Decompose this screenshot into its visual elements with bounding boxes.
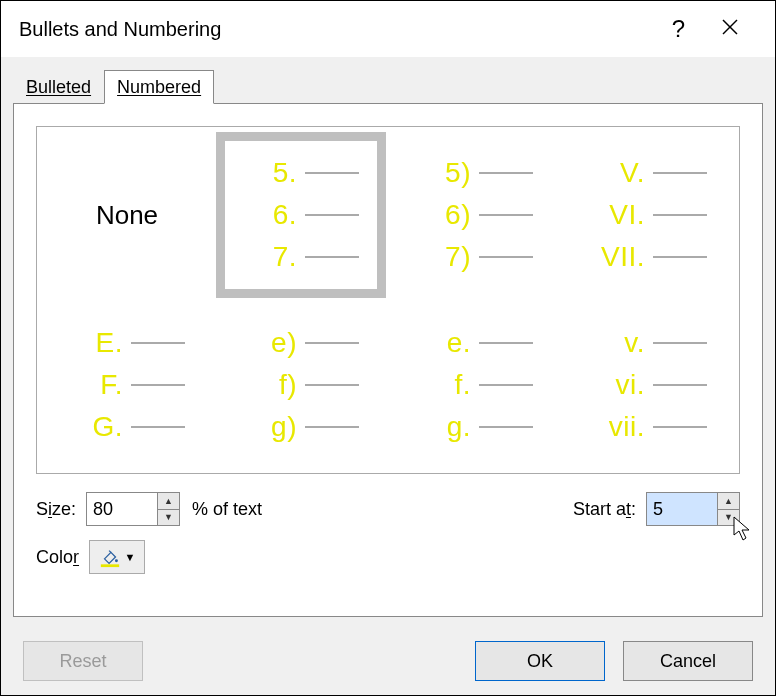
gallery-number-sample: VI. [591, 199, 653, 231]
gallery-line-sample [305, 342, 359, 344]
gallery-tile-alpha-lower-period[interactable]: e.f.g. [390, 302, 560, 468]
gallery-line-sample [305, 172, 359, 174]
gallery-tile-alpha-lower-paren[interactable]: e)f)g) [216, 302, 386, 468]
gallery-line-sample [305, 426, 359, 428]
gallery-number-sample: V. [591, 157, 653, 189]
help-button[interactable]: ? [654, 15, 703, 43]
gallery-tile-arabic-period[interactable]: 5.6.7. [216, 132, 386, 298]
gallery-tile-roman-upper-period[interactable]: V.VI.VII. [564, 132, 734, 298]
tab-numbered[interactable]: Numbered [104, 70, 214, 104]
size-spin-buttons: ▲ ▼ [157, 493, 179, 525]
gallery-number-sample: 7) [417, 241, 479, 273]
dialog-footer: Reset OK Cancel [1, 629, 775, 695]
gallery-line-sample [131, 342, 185, 344]
gallery-number-sample: F. [69, 369, 131, 401]
gallery-number-sample: 5. [243, 157, 305, 189]
size-label: Size: [36, 499, 76, 520]
gallery-line-sample [653, 172, 707, 174]
gallery-number-sample: 6) [417, 199, 479, 231]
tab-bulleted-label: Bulleted [26, 77, 91, 97]
gallery-line-sample [305, 256, 359, 258]
gallery-number-sample: v. [591, 327, 653, 359]
dialog-body: Bulleted Numbered None5.6.7.5)6)7)V.VI.V… [1, 57, 775, 629]
size-input[interactable] [87, 493, 157, 525]
gallery-number-sample: g. [417, 411, 479, 443]
gallery-number-sample: E. [69, 327, 131, 359]
gallery-number-sample: g) [243, 411, 305, 443]
gallery-line-sample [479, 384, 533, 386]
dialog-window: Bullets and Numbering ? Bulleted Numbere… [0, 0, 776, 696]
gallery-line-sample [479, 214, 533, 216]
titlebar: Bullets and Numbering ? [1, 1, 775, 57]
svg-rect-3 [100, 564, 118, 567]
close-icon [721, 18, 739, 36]
color-row: Color ▼ [36, 540, 740, 574]
startat-input[interactable] [647, 493, 717, 525]
tab-numbered-label: Numbered [117, 77, 201, 97]
gallery-line-sample [653, 342, 707, 344]
gallery-line-sample [653, 384, 707, 386]
gallery-line-sample [479, 172, 533, 174]
startat-label: Start at: [573, 499, 636, 520]
paint-bucket-icon [99, 546, 121, 568]
startat-spinbox[interactable]: ▲ ▼ [646, 492, 740, 526]
gallery-number-sample: 5) [417, 157, 479, 189]
gallery-tile-roman-lower-period[interactable]: v.vi.vii. [564, 302, 734, 468]
cancel-button[interactable]: Cancel [623, 641, 753, 681]
ok-button[interactable]: OK [475, 641, 605, 681]
color-picker-button[interactable]: ▼ [89, 540, 145, 574]
gallery-line-sample [305, 384, 359, 386]
controls-row: Size: ▲ ▼ % of text Start at: [36, 492, 740, 526]
gallery-line-sample [653, 426, 707, 428]
tab-strip: Bulleted Numbered [13, 69, 763, 103]
gallery-line-sample [305, 214, 359, 216]
startat-spin-buttons: ▲ ▼ [717, 493, 739, 525]
gallery-tile-none[interactable]: None [42, 132, 212, 298]
gallery-number-sample: 6. [243, 199, 305, 231]
dialog-title: Bullets and Numbering [19, 18, 654, 41]
gallery-number-sample: VII. [591, 241, 653, 273]
startat-spin-up[interactable]: ▲ [718, 493, 739, 510]
size-spin-down[interactable]: ▼ [158, 510, 179, 526]
gallery-line-sample [131, 384, 185, 386]
gallery-number-sample: 7. [243, 241, 305, 273]
tab-bulleted[interactable]: Bulleted [13, 70, 104, 103]
numbering-gallery: None5.6.7.5)6)7)V.VI.VII.E.F.G.e)f)g)e.f… [36, 126, 740, 474]
gallery-number-sample: e) [243, 327, 305, 359]
tab-panel-numbered: None5.6.7.5)6)7)V.VI.VII.E.F.G.e)f)g)e.f… [13, 103, 763, 617]
gallery-line-sample [653, 256, 707, 258]
gallery-line-sample [131, 426, 185, 428]
gallery-tile-alpha-upper-period[interactable]: E.F.G. [42, 302, 212, 468]
gallery-number-sample: e. [417, 327, 479, 359]
chevron-down-icon: ▼ [125, 551, 136, 563]
gallery-number-sample: f) [243, 369, 305, 401]
size-spin-up[interactable]: ▲ [158, 493, 179, 510]
close-button[interactable] [703, 18, 757, 41]
svg-point-2 [115, 559, 118, 562]
gallery-number-sample: vii. [591, 411, 653, 443]
gallery-line-sample [479, 426, 533, 428]
startat-spin-down[interactable]: ▼ [718, 510, 739, 526]
color-label: Color [36, 547, 79, 568]
gallery-number-sample: G. [69, 411, 131, 443]
gallery-number-sample: vi. [591, 369, 653, 401]
size-suffix: % of text [192, 499, 262, 520]
size-spinbox[interactable]: ▲ ▼ [86, 492, 180, 526]
gallery-line-sample [479, 256, 533, 258]
gallery-tile-arabic-paren[interactable]: 5)6)7) [390, 132, 560, 298]
gallery-line-sample [479, 342, 533, 344]
reset-button: Reset [23, 641, 143, 681]
gallery-line-sample [653, 214, 707, 216]
gallery-number-sample: f. [417, 369, 479, 401]
